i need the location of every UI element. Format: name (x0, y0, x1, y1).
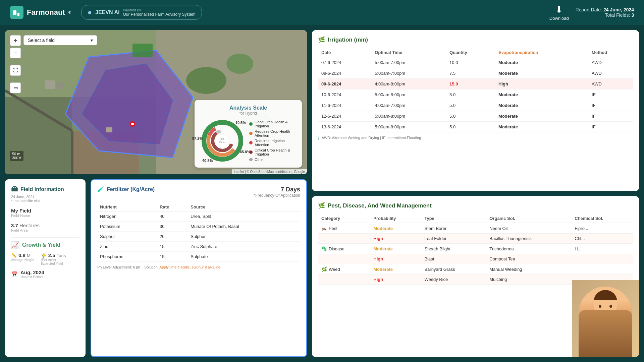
layer-button[interactable]: ▭ (10, 82, 21, 93)
growth-metrics: 📏 0.8 M Average Height 🌾 (11, 252, 79, 265)
irr-cell-et: Moderate (495, 111, 588, 122)
pest-title: 🌿 Pest, Disease, And Weed Management (318, 202, 633, 209)
irr-cell-et: Moderate (495, 57, 588, 68)
divider (11, 237, 79, 238)
pest-cell-type: Weedy Rice (421, 275, 486, 285)
fullscreen-button[interactable]: ⛶ (10, 65, 21, 76)
irr-cell-time: 4:00am-8:00pm (371, 79, 446, 89)
irr-cell-method: AWD (588, 79, 633, 89)
analysis-legend: Good Crop Health & Irrigation Requires C… (249, 120, 296, 162)
irr-cell-method: IF (588, 100, 633, 111)
fert-cell-source: Zinc Sulphate (188, 242, 300, 252)
scale-feet: 300 ft (12, 156, 21, 160)
fert-row: Potassium 30 Muriate Of Potash, Basal (97, 222, 300, 232)
irr-cell-time: 5:00am-8:00pm (371, 111, 446, 122)
zoom-out-button[interactable]: − (10, 48, 21, 58)
avatar-overlay (572, 280, 639, 357)
fert-row: Sulphur 20 Sulphur (97, 232, 300, 242)
height-value: 0.8 M (18, 252, 31, 258)
fert-cell-nutrient: Potassium (97, 222, 157, 232)
yield-label: Expected Yield (41, 262, 66, 265)
pest-row: 🌿Weed Moderate Barnyard Grass Manual Wee… (318, 264, 633, 275)
right-panel: 🌿 Irrigation (mm) Date Optimal Time Quan… (312, 30, 639, 357)
legend-dot-good (249, 122, 253, 126)
pest-col-chemical: Chemical Sol. (571, 214, 633, 223)
fert-cell-source: Urea, Split (188, 212, 300, 222)
svg-rect-18 (57, 82, 64, 89)
report-date: 24 June, 2024 (603, 7, 634, 12)
irr-cell-time: 5:00am-8:00pm (371, 122, 446, 132)
svg-rect-6 (5, 97, 72, 174)
header-left: Farmonaut® ● JEEVN Ai Powered By Our Per… (10, 5, 202, 20)
irr-cell-date: 07-6-2024 (318, 57, 371, 68)
legend-item-crop: Requires Crop Health Attention (249, 129, 296, 137)
download-button[interactable]: ⬇ Download (549, 4, 569, 21)
fert-cell-rate: 15 (157, 252, 188, 262)
fert-cell-rate: 40 (157, 212, 188, 222)
cat-icon: 🦗 (321, 226, 327, 231)
cat-label: Disease (329, 246, 344, 251)
irr-row: 09-6-2024 4:00am-8:00pm 15.0 High AWD (318, 79, 633, 89)
fert-row: Zinc 15 Zinc Sulphate (97, 242, 300, 252)
chevron-down-icon: ▾ (91, 38, 93, 43)
pest-cell-chemical: Fipro... (571, 223, 633, 234)
total-fields-value: 3 (631, 12, 634, 18)
field-select-dropdown[interactable]: Select a field ▾ (23, 35, 97, 45)
pest-table: Category Probability Type Organic Sol. C… (318, 214, 633, 285)
fert-cell-rate: 20 (157, 232, 188, 242)
jeevn-badge: ● JEEVN Ai Powered By Our Personalized F… (81, 5, 202, 20)
field-area-unit: Hectares (19, 223, 40, 228)
irr-cell-qty: 10.0 (446, 57, 495, 68)
fert-row: Phosphorus 15 Sulphate (97, 252, 300, 262)
legend-label-good: Good Crop Health & Irrigation (255, 120, 296, 128)
irr-cell-et: Moderate (495, 100, 588, 111)
irr-cell-qty: 5.0 (446, 100, 495, 111)
irr-cell-qty: 7.5 (446, 68, 495, 79)
field-name-section: My Field Field Name (11, 208, 79, 218)
legend-dot-other (249, 158, 253, 161)
yield-metric: 🌾 2.5 Tons (Per Acre) Expected Yield (41, 252, 66, 265)
cat-icon: 🌿 (321, 266, 327, 272)
irr-col-et: Evapotranspiration (495, 48, 588, 57)
pest-cell-type: Barnyard Grass (421, 264, 486, 275)
irr-row: 13-6-2024 5:00am-8:00pm 5.0 Moderate IF (318, 122, 633, 132)
growth-section: 📈 Growth & Yield 📏 0.8 M (11, 241, 79, 279)
fert-days: 7 Days (254, 186, 300, 193)
download-icon: ⬇ (555, 4, 563, 15)
scale-meters: 50 m (12, 152, 21, 156)
logo-icon (10, 6, 23, 19)
legend-dot-crop (249, 132, 253, 135)
pest-cell-chemical (571, 254, 633, 264)
fertilizer-table: Nutrient Rate Source Nitrogen 40 Urea, S… (97, 203, 300, 262)
irr-cell-time: 4:00am-7:00pm (371, 100, 446, 111)
svg-text:Other: Other (219, 141, 226, 144)
total-fields-label: Total Fields: (605, 12, 630, 18)
jeevn-brand: JEEVN Ai (95, 9, 119, 15)
pest-cell-prob: Moderate (370, 223, 421, 234)
jeevn-tagline: Our Personalized Farm Advisory System (123, 12, 195, 17)
irr-col-method: Method (588, 48, 633, 57)
irr-col-date: Date (318, 48, 371, 57)
pest-cell-category: 🦗Pest (318, 223, 370, 234)
svg-rect-20 (132, 44, 153, 57)
yield-per: (Per Acre) (41, 258, 66, 262)
pest-cell-organic: Neem Oil (486, 223, 571, 234)
analysis-content: 5% Other 97.2% 10.5% 45.8% 40.8% Good Cr… (201, 119, 296, 163)
zoom-in-button[interactable]: + (10, 35, 21, 46)
fert-freq: 7 Days *Frequency Of Application (254, 186, 300, 198)
irrigation-title: 🌿 Irrigation (mm) (318, 36, 633, 43)
map-scale: 50 m 300 ft (10, 151, 23, 161)
fert-cell-rate: 15 (157, 242, 188, 252)
irr-cell-method: AWD (588, 68, 633, 79)
irr-cell-date: 13-6-2024 (318, 122, 371, 132)
fert-col-nutrient: Nutrient (97, 203, 157, 212)
fert-solution-text: Apply lime if acidic, sulphur if alkalin… (159, 265, 220, 269)
pct-10-label: 10.5% (235, 121, 246, 125)
harvest-icon: 📅 (11, 271, 18, 278)
pest-col-type: Type (421, 214, 486, 223)
irr-cell-date: 12-6-2024 (318, 111, 371, 122)
pest-row: High Blast Compost Tea (318, 254, 633, 264)
legend-label-critical: Critical Crop Health & Irrigation (255, 148, 296, 156)
fert-cell-rate: 30 (157, 222, 188, 232)
height-icon: 📏 (11, 253, 17, 258)
